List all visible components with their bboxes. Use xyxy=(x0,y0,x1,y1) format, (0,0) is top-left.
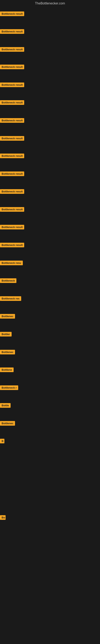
bottleneck-item[interactable]: Bottleneck result xyxy=(0,64,24,70)
bottleneck-badge: Bottleneck result xyxy=(0,172,24,176)
bottleneck-item[interactable]: Bottleneck result xyxy=(0,243,24,248)
bottleneck-badge: Bo xyxy=(0,515,6,520)
bottleneck-item[interactable]: Bottleneck result xyxy=(0,12,24,17)
bottleneck-item[interactable]: Bottlenec xyxy=(0,314,15,320)
site-title: TheBottlenecker.com xyxy=(0,0,100,6)
bottleneck-item[interactable]: Bottleneck result xyxy=(0,207,24,212)
bottleneck-item[interactable]: Bottleneck result xyxy=(0,136,24,142)
bottleneck-item[interactable]: Bottleneck xyxy=(0,278,16,284)
bottleneck-item[interactable]: Bottlenec xyxy=(0,350,15,355)
bottleneck-item[interactable]: Bottleneck res xyxy=(0,296,21,302)
bottleneck-item[interactable]: Bottler xyxy=(0,332,12,337)
bottleneck-badge: Bottleneck result xyxy=(0,225,24,230)
bottleneck-badge: Bottleneck result xyxy=(0,207,24,212)
bottleneck-item[interactable]: Bottleneck result xyxy=(0,100,24,106)
bottleneck-item[interactable]: Bo xyxy=(0,515,6,521)
bottleneck-badge: Bottleneck result xyxy=(0,118,24,123)
bottleneck-item[interactable]: B xyxy=(0,439,4,444)
bottleneck-badge: Bottleneck result xyxy=(0,47,24,52)
bottleneck-badge: Bottler xyxy=(0,332,12,336)
bottleneck-item[interactable]: Bottleneck result xyxy=(0,47,24,52)
bottleneck-item[interactable]: Bottleneck resu xyxy=(0,260,23,266)
bottleneck-badge: Bottleneck result xyxy=(0,154,24,158)
bottleneck-badge: Bottlenec xyxy=(0,421,15,426)
bottleneck-item[interactable]: Bottle xyxy=(0,403,11,408)
bottleneck-item[interactable]: Bottlenec xyxy=(0,421,15,426)
bottleneck-badge: Bottleneck result xyxy=(0,243,24,247)
bottleneck-item[interactable]: Bottleneck result xyxy=(0,118,24,124)
bottleneck-badge: Bottlenec xyxy=(0,350,15,354)
bottleneck-badge: Bottlenec xyxy=(0,314,15,318)
bottleneck-item[interactable]: Bottleneck result xyxy=(0,172,24,177)
bottleneck-badge: Bottleneck result xyxy=(0,12,24,16)
bottleneck-badge: Bottle xyxy=(0,403,11,408)
bottleneck-badge: Bottleneck result xyxy=(0,82,24,87)
bottleneck-badge: Bottleneck resu xyxy=(0,260,23,265)
bottleneck-badge: Bottleneck result xyxy=(0,100,24,105)
bottleneck-badge: Bottleneck result xyxy=(0,64,24,69)
bottleneck-badge: Bottleneck result xyxy=(0,189,24,194)
bottleneck-item[interactable]: Bottleneck result xyxy=(0,154,24,159)
bottleneck-item[interactable]: Bottlene xyxy=(0,368,14,373)
bottleneck-badge: Bottleneck r xyxy=(0,386,18,390)
bottleneck-badge: Bottleneck res xyxy=(0,296,21,301)
bottleneck-item[interactable]: Bottleneck result xyxy=(0,29,24,34)
bottleneck-item[interactable]: Bottleneck result xyxy=(0,189,24,194)
bottleneck-badge: B xyxy=(0,439,4,443)
bottleneck-item[interactable]: Bottleneck result xyxy=(0,225,24,230)
bottleneck-item[interactable]: Bottleneck result xyxy=(0,82,24,88)
bottleneck-badge: Bottleneck xyxy=(0,278,16,283)
bottleneck-badge: Bottleneck result xyxy=(0,136,24,141)
bottleneck-item[interactable]: Bottleneck r xyxy=(0,386,18,391)
bottleneck-badge: Bottlene xyxy=(0,368,14,372)
bottleneck-badge: Bottleneck result xyxy=(0,29,24,34)
